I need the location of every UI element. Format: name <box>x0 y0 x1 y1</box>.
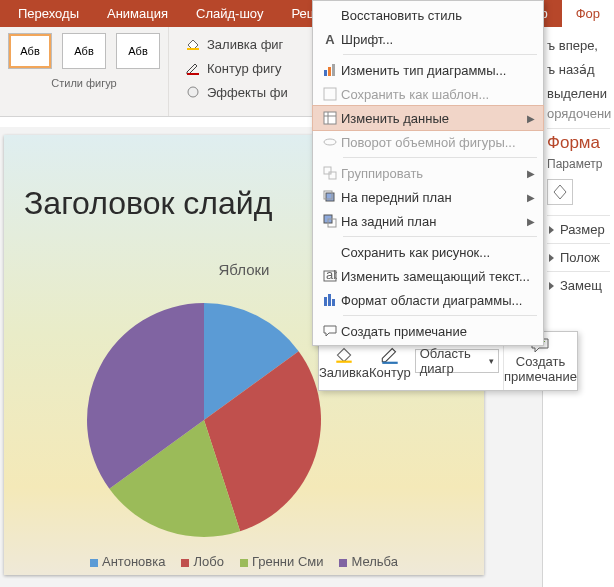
ctx-edit-data[interactable]: Изменить данные▶ <box>313 106 543 130</box>
format-area-icon <box>323 293 337 307</box>
shape-style-1[interactable]: Абв <box>8 33 52 69</box>
svg-point-8 <box>324 139 336 145</box>
size-tab-icon[interactable] <box>579 179 605 205</box>
selection-pane-row[interactable]: выделени <box>547 81 610 105</box>
effects-icon <box>185 84 201 100</box>
tab-transitions[interactable]: Переходы <box>4 0 93 27</box>
legend-item-2: Гренни Сми <box>240 554 324 569</box>
chevron-right-icon: ▶ <box>525 113 535 124</box>
pane-size-section[interactable]: Размер <box>547 215 610 243</box>
bring-forward-row[interactable]: ъ впере, <box>547 33 610 57</box>
tab-slideshow[interactable]: Слайд-шоу <box>182 0 277 27</box>
chevron-right-icon: ▶ <box>525 168 535 179</box>
ctx-group[interactable]: Группировать▶ <box>313 161 543 185</box>
context-menu: Восстановить стиль A Шрифт... Изменить т… <box>312 0 544 346</box>
legend-item-3: Мельба <box>339 554 398 569</box>
fill-tab-icon[interactable] <box>547 179 573 205</box>
legend-item-1: Лобо <box>181 554 223 569</box>
save-template-icon <box>323 87 337 101</box>
svg-rect-4 <box>328 67 331 76</box>
bring-front-icon <box>323 190 337 204</box>
mini-chart-area-combo[interactable]: Область диагр ▾ <box>415 349 499 373</box>
comment-icon <box>323 324 337 338</box>
svg-rect-9 <box>324 167 331 174</box>
svg-rect-10 <box>329 172 336 179</box>
ctx-send-back[interactable]: На задний план▶ <box>313 209 543 233</box>
separator <box>343 236 537 237</box>
format-pane-subtitle: Параметр <box>547 157 610 171</box>
ctx-change-chart-type[interactable]: Изменить тип диаграммы... <box>313 58 543 82</box>
separator <box>343 54 537 55</box>
send-back-icon <box>323 214 337 228</box>
svg-point-2 <box>188 87 198 97</box>
chevron-right-icon: ▶ <box>525 216 535 227</box>
format-pane-title: Форма <box>547 133 610 153</box>
shape-style-3[interactable]: Абв <box>116 33 160 69</box>
svg-rect-6 <box>324 88 336 100</box>
shape-styles-label: Стили фигур <box>8 77 160 89</box>
group-icon <box>323 166 337 180</box>
ctx-format-chart-area[interactable]: Формат области диаграммы... <box>313 288 543 312</box>
ctx-bring-front[interactable]: На передний план▶ <box>313 185 543 209</box>
svg-rect-21 <box>382 361 397 363</box>
ctx-font[interactable]: A Шрифт... <box>313 27 543 51</box>
chevron-right-icon <box>549 226 554 234</box>
svg-rect-0 <box>187 48 199 50</box>
paint-bucket-icon <box>185 36 201 52</box>
ctx-restore-style[interactable]: Восстановить стиль <box>313 3 543 27</box>
pie-chart[interactable] <box>74 290 334 550</box>
ctx-save-template[interactable]: Сохранить как шаблон... <box>313 82 543 106</box>
shape-style-2[interactable]: Абв <box>62 33 106 69</box>
pen-icon <box>185 60 201 76</box>
ctx-new-comment[interactable]: Создать примечание <box>313 319 543 343</box>
tab-animation[interactable]: Анимация <box>93 0 182 27</box>
chart-type-icon <box>323 63 337 77</box>
svg-rect-11 <box>326 193 334 201</box>
edit-data-icon <box>323 111 337 125</box>
format-pane: ъ впере, ъ наза́д выделени орядочени Фор… <box>542 27 614 587</box>
pane-alttext-section[interactable]: Замещ <box>547 271 610 299</box>
tab-format[interactable]: Фор <box>562 0 614 27</box>
ctx-alt-text[interactable]: ab Изменить замещающий текст... <box>313 264 543 288</box>
svg-rect-19 <box>332 299 335 306</box>
send-backward-row[interactable]: ъ наза́д <box>547 57 610 81</box>
separator <box>343 157 537 158</box>
chevron-right-icon <box>549 282 554 290</box>
ctx-3d-rotation[interactable]: Поворот объемной фигуры... <box>313 130 543 154</box>
svg-rect-3 <box>324 70 327 76</box>
svg-rect-5 <box>332 64 335 76</box>
svg-rect-17 <box>324 297 327 306</box>
shape-styles-group: Абв Абв Абв Стили фигур <box>0 27 169 116</box>
shape-effects-button[interactable]: Эффекты фи <box>181 81 292 103</box>
svg-text:ab: ab <box>326 269 337 282</box>
chevron-right-icon: ▶ <box>525 192 535 203</box>
svg-rect-1 <box>187 73 199 75</box>
alt-text-icon: ab <box>323 269 337 283</box>
separator <box>343 315 537 316</box>
svg-rect-7 <box>324 112 336 124</box>
ctx-save-as-picture[interactable]: Сохранить как рисунок... <box>313 240 543 264</box>
chevron-right-icon <box>549 254 554 262</box>
chart-legend: Антоновка Лобо Гренни Сми Мельба <box>4 554 484 569</box>
chevron-down-icon: ▾ <box>489 356 494 366</box>
slide-title[interactable]: Заголовок слайд <box>24 185 272 222</box>
pane-position-section[interactable]: Полож <box>547 243 610 271</box>
shape-fill-button[interactable]: Заливка фиг <box>181 33 292 55</box>
svg-rect-20 <box>336 360 351 362</box>
svg-rect-18 <box>328 294 331 306</box>
font-icon: A <box>319 32 341 47</box>
arrange-row: орядочени <box>547 105 610 129</box>
rotate-3d-icon <box>323 135 337 149</box>
shape-outline-button[interactable]: Контур фигу <box>181 57 292 79</box>
legend-item-0: Антоновка <box>90 554 165 569</box>
